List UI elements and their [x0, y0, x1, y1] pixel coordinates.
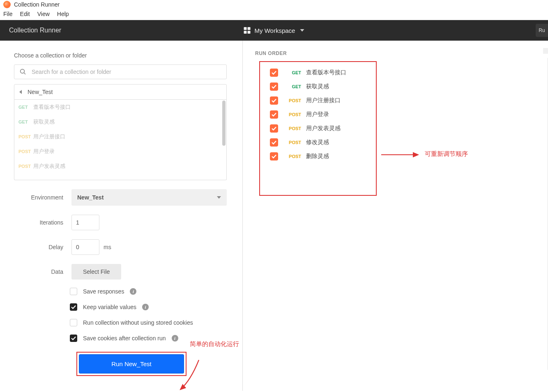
header-title: Collection Runner	[0, 27, 61, 34]
item-checkbox[interactable]	[270, 96, 278, 105]
environment-select[interactable]: New_Test	[71, 189, 227, 206]
menu-view[interactable]: View	[37, 11, 50, 17]
request-name: 用户注册接口	[306, 97, 341, 104]
list-item[interactable]: POST用户登录	[14, 144, 226, 159]
request-name: 用户发表灵感	[33, 163, 65, 170]
choose-label: Choose a collection or folder	[14, 52, 227, 59]
environment-label: Environment	[14, 194, 71, 201]
scrollbar[interactable]	[222, 101, 226, 146]
run-order-item[interactable]: GET获取灵感	[270, 83, 376, 91]
request-name: 删除灵感	[306, 153, 329, 160]
menubar: File Edit View Help	[0, 9, 548, 20]
request-name: 修改灵感	[306, 139, 329, 146]
app-title: Collection Runner	[14, 1, 60, 8]
search-input[interactable]	[32, 69, 221, 75]
svg-line-1	[24, 73, 25, 74]
left-panel: Choose a collection or folder New_Test G…	[0, 41, 242, 391]
delay-label: Delay	[14, 244, 71, 250]
method-badge: POST	[286, 98, 301, 103]
method-badge: GET	[286, 70, 301, 75]
collection-name: New_Test	[28, 89, 53, 95]
arrow-icon	[178, 356, 203, 392]
header-right-button[interactable]: Ru	[536, 24, 548, 37]
run-order-item[interactable]: POST删除灵感	[270, 152, 376, 160]
list-item[interactable]: POST用户发表灵感	[14, 159, 226, 174]
item-checkbox[interactable]	[270, 69, 278, 77]
method-badge: GET	[18, 105, 33, 110]
data-label: Data	[14, 268, 71, 275]
save-cookies-label: Save cookies after collection run	[83, 335, 166, 342]
save-cookies-checkbox[interactable]	[70, 335, 77, 342]
no-stored-cookies-label: Run collection without using stored cook…	[83, 319, 193, 326]
grid-icon	[244, 27, 251, 34]
iterations-input[interactable]	[71, 215, 99, 230]
delay-input[interactable]	[71, 239, 99, 255]
collection-nav[interactable]: New_Test	[14, 84, 227, 100]
method-badge: POST	[18, 149, 33, 154]
menu-help[interactable]: Help	[57, 11, 69, 17]
list-item[interactable]: GET查看版本号接口	[14, 100, 226, 115]
request-list[interactable]: GET查看版本号接口 GET获取灵感 POST用户注册接口 POST用户登录 P…	[14, 100, 227, 180]
method-badge: POST	[286, 140, 301, 145]
method-badge: POST	[18, 164, 33, 169]
annotation-auto-run: 简单的自动化运行	[190, 340, 239, 348]
run-order-item[interactable]: POST用户注册接口	[270, 96, 376, 105]
request-name: 查看版本号接口	[306, 69, 346, 76]
search-box[interactable]	[14, 64, 227, 79]
search-icon	[19, 68, 27, 76]
run-order-header: RUN ORDER	[255, 50, 548, 56]
info-icon[interactable]: i	[142, 304, 149, 310]
iterations-label: Iterations	[14, 219, 71, 226]
environment-value: New_Test	[77, 194, 104, 201]
select-file-button[interactable]: Select File	[71, 264, 121, 280]
method-badge: POST	[18, 134, 33, 139]
request-name: 用户发表灵感	[306, 125, 341, 132]
request-name: 查看版本号接口	[33, 103, 71, 111]
request-name: 获取灵感	[306, 83, 329, 90]
request-name: 用户登录	[306, 111, 329, 118]
info-icon[interactable]: i	[130, 288, 136, 295]
workspace-label: My Workspace	[255, 27, 295, 34]
run-order-item[interactable]: GET查看版本号接口	[270, 69, 376, 77]
method-badge: GET	[18, 119, 33, 124]
request-name: 用户登录	[33, 148, 55, 155]
save-responses-label: Save responses	[83, 288, 124, 295]
save-responses-checkbox[interactable]	[70, 288, 77, 295]
chevron-down-icon	[300, 29, 304, 32]
method-badge: POST	[286, 112, 301, 117]
keep-variables-checkbox[interactable]	[70, 303, 77, 311]
item-checkbox[interactable]	[270, 83, 278, 91]
run-order-highlight: GET查看版本号接口 GET获取灵感 POST用户注册接口 POST用户登录 P…	[259, 61, 377, 196]
item-checkbox[interactable]	[270, 124, 278, 133]
info-icon[interactable]: i	[172, 335, 178, 342]
run-order-item[interactable]: POST用户登录	[270, 110, 376, 119]
caret-left-icon	[19, 90, 22, 94]
run-order-item[interactable]: POST修改灵感	[270, 138, 376, 147]
app-header: Collection Runner My Workspace Ru	[0, 20, 548, 41]
item-checkbox[interactable]	[270, 110, 278, 119]
run-button-highlight: Run New_Test	[76, 352, 187, 376]
item-checkbox[interactable]	[270, 152, 278, 160]
run-button[interactable]: Run New_Test	[79, 354, 184, 374]
titlebar: Collection Runner	[0, 0, 548, 9]
postman-icon	[3, 1, 11, 8]
run-order-item[interactable]: POST用户发表灵感	[270, 124, 376, 133]
menu-edit[interactable]: Edit	[20, 11, 30, 17]
annotation-reorder: 可重新调节顺序	[425, 150, 468, 158]
menu-file[interactable]: File	[3, 11, 13, 17]
no-stored-cookies-checkbox[interactable]	[70, 319, 77, 326]
right-panel: RUN ORDER GET查看版本号接口 GET获取灵感 POST用户注册接口 …	[243, 41, 548, 391]
chevron-down-icon	[217, 196, 221, 199]
workspace-dropdown[interactable]: My Workspace	[244, 27, 304, 34]
method-badge: POST	[286, 154, 301, 159]
delay-unit: ms	[104, 244, 111, 250]
svg-point-0	[21, 69, 25, 73]
request-name: 用户注册接口	[33, 133, 65, 140]
method-badge: GET	[286, 84, 301, 89]
list-item[interactable]: GET获取灵感	[14, 115, 226, 129]
method-badge: POST	[286, 126, 301, 131]
scrollbar[interactable]	[543, 48, 548, 54]
arrow-icon	[380, 151, 421, 159]
list-item[interactable]: POST用户注册接口	[14, 129, 226, 144]
item-checkbox[interactable]	[270, 138, 278, 147]
